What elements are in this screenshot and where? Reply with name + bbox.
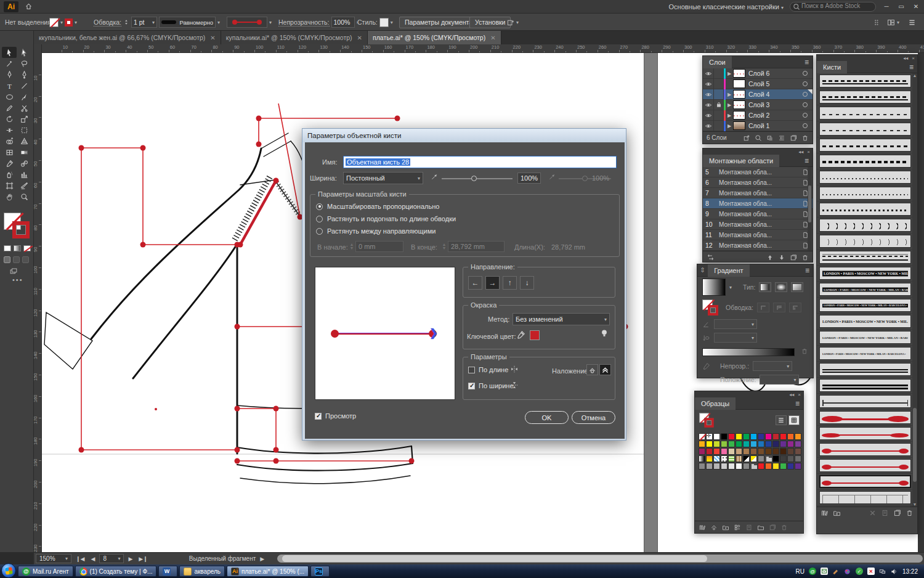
brush-swatch-row[interactable]: [817, 362, 917, 378]
flip-across-checkbox[interactable]: По ширине: [468, 382, 514, 389]
artboard-row[interactable]: 9 Монтажная обла...: [703, 209, 813, 219]
target-circle-icon[interactable]: [803, 102, 808, 107]
color-tray-icon[interactable]: [844, 568, 851, 575]
color-swatch[interactable]: [787, 463, 794, 470]
color-swatch[interactable]: [772, 433, 779, 440]
tool-button[interactable]: [2, 113, 17, 124]
move-up-icon[interactable]: [766, 254, 774, 261]
color-swatch[interactable]: [750, 448, 757, 455]
gradient-mode-button[interactable]: [14, 245, 21, 251]
color-swatch[interactable]: [728, 463, 735, 470]
brush-swatch-row[interactable]: LONDON • PARIS • MOSCOW • NEW YORK • MIL…: [817, 330, 917, 346]
color-swatch[interactable]: [736, 448, 742, 455]
cancel-button[interactable]: Отмена: [572, 411, 615, 424]
direction-button[interactable]: →: [485, 276, 500, 290]
tool-button[interactable]: [2, 47, 17, 58]
layer-row[interactable]: ▶ Слой 1: [703, 121, 813, 131]
brush-swatch-row[interactable]: [817, 73, 917, 89]
color-swatch[interactable]: [780, 441, 787, 447]
color-swatch[interactable]: [758, 455, 764, 462]
gradient-fill-stroke[interactable]: [702, 299, 718, 315]
start-button[interactable]: [1, 563, 16, 578]
document-setup-button[interactable]: Параметры документа: [399, 17, 478, 28]
collect-export-icon[interactable]: [743, 134, 750, 142]
artboard-name[interactable]: Монтажная обла...: [719, 242, 800, 249]
brush-swatch-row[interactable]: [817, 218, 917, 234]
width-type-select[interactable]: Постоянный▾: [343, 172, 423, 184]
tool-button[interactable]: [2, 169, 17, 180]
taskbar-app-button[interactable]: @ Mail.ru Агент: [18, 566, 73, 577]
panel-menu-icon[interactable]: ≡: [805, 266, 813, 275]
key-color-swatch[interactable]: [530, 330, 540, 340]
stroke-weight-value[interactable]: 1 pt▾: [131, 17, 157, 28]
color-swatch[interactable]: [743, 441, 750, 447]
color-swatch[interactable]: [772, 463, 779, 470]
color-swatch[interactable]: [713, 441, 720, 447]
artboard-number-select[interactable]: 8▾: [99, 554, 124, 563]
taskbar-app-button[interactable]: Ps: [310, 566, 330, 577]
color-swatch[interactable]: [713, 448, 720, 455]
color-swatch[interactable]: [787, 455, 794, 462]
tab-close-icon[interactable]: ✕: [490, 35, 495, 41]
network-icon[interactable]: [879, 568, 886, 575]
libraries-panel-icon[interactable]: [833, 509, 841, 517]
tab-close-icon[interactable]: ✕: [210, 35, 215, 41]
restore-button[interactable]: ▭: [897, 3, 906, 10]
layer-name[interactable]: Слой 3: [748, 101, 769, 108]
brush-swatch-row[interactable]: [817, 378, 917, 394]
brush-definition-dropdown[interactable]: ▾: [227, 17, 272, 28]
gradient-panel-tab[interactable]: Градиент: [708, 264, 749, 277]
color-mode-button[interactable]: [4, 245, 11, 251]
lock-icon[interactable]: [714, 89, 724, 100]
new-sublayer-icon[interactable]: [778, 134, 785, 142]
artboard-row[interactable]: 5 Монтажная обла...: [703, 167, 813, 177]
delete-artboard-icon[interactable]: [801, 254, 809, 261]
delete-layer-icon[interactable]: [801, 134, 809, 142]
brush-swatch-row[interactable]: [817, 137, 917, 153]
brush-swatch-row[interactable]: [817, 394, 917, 410]
artboard-row[interactable]: 12 Монтажная обла...: [703, 240, 813, 251]
target-circle-icon[interactable]: [803, 71, 808, 76]
close-panel-icon[interactable]: ×: [798, 392, 801, 397]
color-swatch[interactable]: [765, 448, 772, 455]
document-tab[interactable]: купальники.ai* @ 150% (CMYK/Просмотр)✕: [221, 31, 368, 44]
preferences-button[interactable]: Установки: [469, 17, 511, 28]
visibility-eye-icon[interactable]: [703, 121, 714, 131]
color-swatch[interactable]: [728, 433, 735, 440]
scale-radio-option[interactable]: Растянуть между направляющими: [316, 227, 436, 235]
preview-checkbox[interactable]: Просмотр: [315, 412, 356, 420]
panel-menu-icon[interactable]: ≡: [909, 63, 917, 71]
style-swatch[interactable]: [379, 18, 389, 27]
target-circle-icon[interactable]: [803, 92, 808, 97]
color-swatch[interactable]: [795, 455, 801, 462]
method-select[interactable]: Без изменений▾: [513, 313, 610, 325]
color-swatch[interactable]: [765, 463, 772, 470]
home-icon[interactable]: [25, 2, 33, 10]
tool-button[interactable]: [17, 169, 31, 180]
color-swatch[interactable]: [728, 441, 735, 447]
brush-swatch-row[interactable]: [817, 105, 917, 121]
close-panel-icon[interactable]: ×: [912, 55, 915, 61]
scrollbar-thumb[interactable]: [282, 555, 707, 562]
isolate-icon[interactable]: ▾: [506, 17, 519, 28]
tool-button[interactable]: [17, 58, 31, 69]
overlap-no-adjust-button[interactable]: [586, 364, 598, 375]
color-swatch[interactable]: [795, 433, 801, 440]
prev-artboard-button[interactable]: ◀: [89, 556, 97, 562]
stroke-spinner[interactable]: [123, 18, 129, 26]
color-swatch[interactable]: [728, 448, 735, 455]
expand-arrow-icon[interactable]: ▶: [726, 102, 733, 108]
color-swatch[interactable]: [699, 455, 705, 462]
color-swatch[interactable]: [736, 441, 742, 447]
new-brush-icon[interactable]: [893, 509, 901, 517]
expand-arrow-icon[interactable]: ▶: [726, 113, 733, 118]
color-swatch[interactable]: [780, 433, 787, 440]
color-swatch[interactable]: [787, 448, 794, 455]
scrollbar[interactable]: [808, 167, 812, 251]
radio-icon[interactable]: [316, 203, 323, 210]
taskbar-app-button[interactable]: акварель: [179, 566, 225, 577]
panel-menu-icon[interactable]: ≡: [804, 157, 813, 165]
color-swatch[interactable]: [706, 463, 713, 470]
visibility-eye-icon[interactable]: [703, 79, 714, 89]
layer-thumbnail[interactable]: [733, 111, 745, 120]
